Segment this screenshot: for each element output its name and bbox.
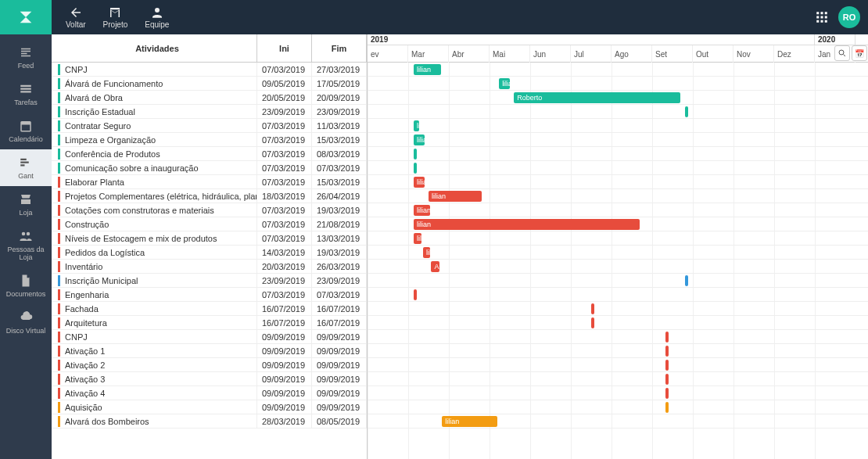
row-color-bar: [58, 92, 60, 103]
row-color-bar: [58, 134, 60, 145]
month-label: Mai: [490, 45, 530, 63]
sidebar-item-tarefas[interactable]: Tarefas: [0, 76, 52, 113]
gantt-row: [368, 302, 868, 316]
sidebar-item-gant[interactable]: Gant: [0, 149, 52, 186]
gantt-bar[interactable]: [665, 332, 669, 342]
table-row[interactable]: Comunicação sobre a inauguração07/03/201…: [52, 161, 367, 175]
back-button[interactable]: Voltar: [61, 4, 91, 30]
table-row[interactable]: Ativação 309/09/201909/09/2019: [52, 372, 367, 386]
gantt-chart[interactable]: lilianliliaRobertolililialilialilianlili…: [368, 63, 868, 459]
table-row[interactable]: Arquitetura16/07/201916/07/2019: [52, 316, 367, 330]
row-color-bar: [58, 219, 60, 230]
activity-name: Construção: [65, 220, 109, 229]
table-row[interactable]: Limpeza e Organização07/03/201915/03/201…: [52, 133, 367, 147]
gantt-bar[interactable]: lilia: [499, 78, 510, 89]
row-color-bar: [58, 177, 60, 188]
table-row[interactable]: Inscrição Estadual23/09/201923/09/2019: [52, 105, 367, 119]
user-avatar[interactable]: RO: [838, 6, 860, 28]
sidebar-item-pessoas[interactable]: Pessoas da Loja: [0, 223, 52, 267]
gantt-bar[interactable]: [685, 275, 688, 286]
sidebar-item-feed[interactable]: Feed: [0, 39, 52, 76]
sidebar-item-calendario[interactable]: Calendário: [0, 113, 52, 149]
gantt-bar[interactable]: lilia: [414, 177, 425, 188]
gantt-row: lil: [368, 246, 868, 260]
gantt-bar[interactable]: lilian: [429, 191, 482, 202]
sidebar: FeedTarefasCalendárioGantLojaPessoas da …: [0, 34, 52, 459]
end-date: 09/09/2019: [312, 372, 367, 385]
gantt-bar[interactable]: [591, 303, 594, 314]
table-row[interactable]: Ativação 109/09/201909/09/2019: [52, 344, 367, 358]
table-row[interactable]: Alvará dos Bombeiros28/03/201908/05/2019: [52, 414, 367, 429]
gantt-row: [368, 274, 868, 288]
table-row[interactable]: Contratar Seguro07/03/201911/03/2019: [52, 119, 367, 133]
table-row[interactable]: Engenharia07/03/201907/03/2019: [52, 288, 367, 302]
gantt-bar[interactable]: li: [414, 120, 419, 131]
gantt-bar[interactable]: [665, 402, 669, 413]
gantt-bar[interactable]: [414, 149, 417, 160]
gantt-bar[interactable]: lilia: [414, 134, 425, 145]
table-row[interactable]: Pedidos da Logística14/03/201919/03/2019: [52, 246, 367, 260]
gantt-bar[interactable]: lilian: [414, 64, 441, 75]
gantt-bar[interactable]: A: [431, 261, 439, 272]
activity-name: Arquitetura: [65, 318, 107, 328]
table-row[interactable]: Álvará de Funcionamento09/05/201917/05/2…: [52, 77, 367, 91]
date-button[interactable]: 📅: [852, 45, 867, 61]
tarefas-icon: [19, 82, 33, 96]
col-activity: Atividades: [52, 34, 257, 62]
gantt-bar[interactable]: lilian: [442, 416, 497, 427]
apps-icon[interactable]: [815, 10, 829, 24]
row-color-bar: [58, 317, 60, 328]
table-row[interactable]: Alvará de Obra20/05/201920/09/2019: [52, 91, 367, 105]
table-row[interactable]: Conferência de Produtos07/03/201908/03/2…: [52, 147, 367, 161]
gantt-bar[interactable]: lil: [423, 247, 430, 258]
gantt-bar[interactable]: [414, 163, 417, 174]
table-row[interactable]: Inventário20/03/201926/03/2019: [52, 260, 367, 274]
gantt-bar[interactable]: [665, 346, 669, 357]
sidebar-item-loja[interactable]: Loja: [0, 186, 52, 223]
gantt-row: [368, 161, 868, 175]
app-logo[interactable]: [0, 0, 52, 34]
table-row[interactable]: Elaborar Planta07/03/201915/03/2019: [52, 175, 367, 189]
gantt-bar[interactable]: [665, 388, 669, 399]
gantt-row: [368, 372, 868, 386]
start-date: 16/07/2019: [257, 302, 312, 315]
gantt-bar[interactable]: lilian: [414, 219, 640, 230]
table-row[interactable]: Cotações com construtoras e materiais07/…: [52, 203, 367, 217]
svg-rect-2: [825, 12, 827, 14]
table-row[interactable]: Ativação 409/09/201909/09/2019: [52, 386, 367, 400]
table-row[interactable]: Projetos Complementares (elétrica, hidrá…: [52, 189, 367, 203]
gantt-bar[interactable]: [414, 289, 417, 300]
gantt-bar[interactable]: [685, 106, 688, 117]
table-row[interactable]: Fachada16/07/201916/07/2019: [52, 302, 367, 316]
table-row[interactable]: Aquisição09/09/201909/09/2019: [52, 400, 367, 414]
gantt-bar[interactable]: [591, 317, 594, 328]
gantt-bar[interactable]: lilian: [414, 205, 430, 216]
gantt-bar[interactable]: [665, 374, 669, 385]
task-list[interactable]: CNPJ07/03/201927/03/2019Álvará de Funcio…: [52, 63, 367, 459]
table-row[interactable]: CNPJ07/03/201927/03/2019: [52, 63, 367, 77]
svg-rect-3: [816, 16, 819, 19]
start-date: 09/09/2019: [257, 330, 312, 343]
gantt-row: [368, 400, 868, 414]
sidebar-item-disco[interactable]: Disco Virtual: [0, 304, 52, 341]
activity-name: Conferência de Produtos: [65, 149, 160, 159]
table-row[interactable]: Inscrição Municipal23/09/201923/09/2019: [52, 274, 367, 288]
row-color-bar: [58, 388, 60, 399]
team-button[interactable]: Equipe: [140, 4, 174, 30]
sidebar-item-documentos[interactable]: Documentos: [0, 267, 52, 304]
table-row[interactable]: Construção07/03/201921/08/2019: [52, 217, 367, 231]
project-button[interactable]: Projeto: [99, 4, 133, 30]
end-date: 27/03/2019: [312, 63, 367, 76]
table-row[interactable]: Níveis de Estocagem e mix de produtos07/…: [52, 231, 367, 246]
gantt-bar[interactable]: Roberto: [514, 92, 680, 103]
gantt-bar[interactable]: [665, 360, 669, 371]
gantt-bar[interactable]: lil: [414, 233, 421, 244]
svg-point-9: [839, 50, 844, 55]
zoom-button[interactable]: [834, 45, 850, 61]
month-label: Jul: [571, 45, 612, 63]
month-label: Jun: [530, 45, 571, 63]
end-date: 16/07/2019: [312, 316, 367, 329]
activity-name: Inventário: [65, 262, 102, 271]
table-row[interactable]: Ativação 209/09/201909/09/2019: [52, 358, 367, 372]
table-row[interactable]: CNPJ09/09/201909/09/2019: [52, 330, 367, 344]
